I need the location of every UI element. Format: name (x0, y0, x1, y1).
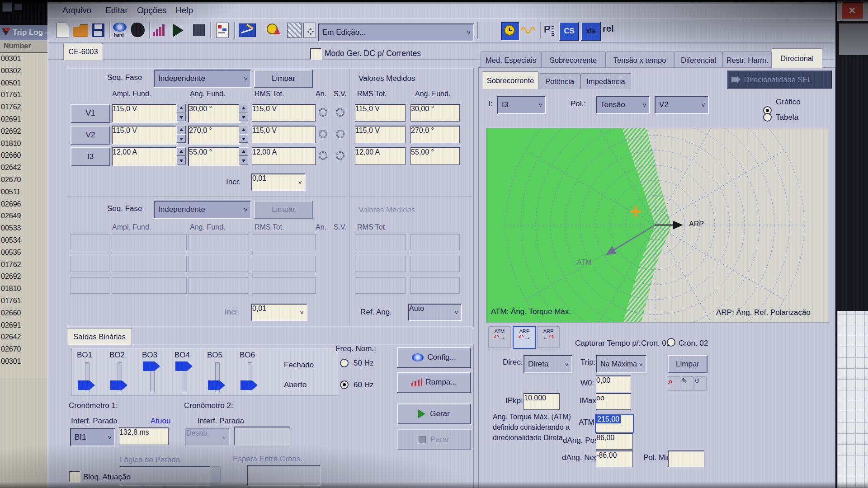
trip-log-row[interactable]: 00501 (0, 77, 55, 89)
report-icon[interactable] (216, 23, 229, 38)
ampl-input-v1[interactable]: 115,0 V (112, 104, 178, 123)
cron02-radio[interactable] (667, 338, 675, 347)
freq-50hz-radio[interactable] (340, 359, 349, 367)
pol-ref-dropdown[interactable]: V2 (655, 96, 709, 114)
atm-field-focused[interactable]: 215,00 (595, 414, 634, 433)
current-select-dropdown[interactable]: I3 (497, 96, 546, 114)
modo-ger-checkbox[interactable] (310, 48, 322, 60)
dang-pos-field[interactable]: 86,00 (596, 433, 633, 450)
trip-log-row[interactable]: 00511 (0, 186, 55, 198)
ampl-spinner-v1[interactable] (176, 104, 186, 121)
zoom-tool-button[interactable]: ⌕ (668, 376, 680, 391)
trip-log-row[interactable]: 02691 (0, 113, 55, 126)
trip-log-row[interactable]: 01810 (0, 283, 55, 295)
trip-log-row[interactable]: 02670 (0, 343, 55, 356)
menu-opcoes[interactable]: Opções (137, 5, 166, 15)
trip-log-row[interactable]: 01762 (0, 101, 55, 113)
ang-spinner-v1[interactable] (239, 104, 248, 121)
units-icon[interactable] (267, 23, 282, 37)
limpar-button[interactable]: Limpar (254, 70, 313, 88)
trip-log-row[interactable]: 02642 (0, 331, 55, 343)
trip-log-row[interactable]: 02642 (0, 162, 55, 174)
edit-test-icon[interactable] (239, 23, 256, 37)
gerar-button[interactable]: Gerar (397, 404, 471, 424)
direcional-polar-chart[interactable]: ARP ATM ATM: Âng. Torque Máx. ARP: Âng. … (486, 128, 829, 323)
saidas-binarias-tab[interactable]: Saídas Binárias (67, 328, 132, 345)
channel-button-i3[interactable]: I3 (71, 147, 110, 166)
measured-ang-v2[interactable]: 270,0 ° (410, 126, 460, 143)
phasor-p-icon[interactable]: P (544, 23, 557, 38)
trip-log-row[interactable]: 00301 (0, 356, 55, 368)
trip-log-row[interactable]: 02670 (0, 174, 55, 186)
menu-arquivo[interactable]: Arquivo (62, 5, 91, 15)
trip-dropdown[interactable]: Na Máxima (596, 355, 646, 373)
tab-diferencial[interactable]: Diferencial (674, 52, 723, 68)
ampl-input-i3[interactable]: 12,00 A (112, 147, 178, 166)
rotate-arp-reverse-button[interactable]: ARP ←↷ (537, 326, 560, 348)
measured-rms-v2[interactable]: 115,0 V (355, 126, 406, 143)
trip-log-row[interactable]: 02692 (0, 271, 55, 283)
trip-log-row[interactable]: 00533 (0, 222, 55, 235)
subtab-potencia[interactable]: Potência (539, 73, 580, 89)
xls-export-icon[interactable]: xls (581, 22, 601, 41)
trip-log-row[interactable]: 00301 (0, 53, 55, 65)
cs-tool-icon[interactable]: CS (559, 22, 579, 41)
rms-display-i3[interactable]: 12,00 A (252, 147, 316, 165)
cron1-interf-dropdown[interactable]: BI1 (70, 428, 115, 446)
subtab-impedancia[interactable]: Impedância (580, 73, 631, 89)
test-status-combobox[interactable]: Em Edição... (318, 23, 474, 42)
cron1-time-field[interactable]: 132,8 ms (119, 427, 169, 445)
trip-log-row[interactable]: 02692 (0, 126, 55, 138)
trip-log-titlebar[interactable]: Trip Log - (0, 25, 55, 40)
direcionalidade-sel-button[interactable]: Direcionalidade SEL (727, 70, 832, 89)
trip-log-row[interactable]: 01810 (0, 138, 55, 150)
imax-field[interactable]: oo (596, 393, 631, 410)
ang-input-i3[interactable]: 55,00 ° (188, 147, 241, 166)
measured-ang-v1[interactable]: 30,00 ° (410, 104, 460, 122)
trip-log-row[interactable]: 02649 (0, 210, 55, 222)
ampl-input-v2[interactable]: 115,0 V (112, 126, 178, 145)
ang-spinner-i3[interactable] (239, 147, 248, 164)
waveform-icon[interactable] (521, 24, 537, 36)
time-capture-icon[interactable] (501, 22, 520, 41)
seq-fase-dropdown[interactable]: Independente (154, 70, 251, 88)
trip-log-row[interactable]: 02660 (0, 150, 55, 162)
incr2-dropdown[interactable]: 0,01 (251, 304, 307, 321)
ipkp-field[interactable]: 10,000 (524, 393, 560, 410)
rms-display-v1[interactable]: 115,0 V (252, 104, 316, 122)
bloq-atuacao-checkbox[interactable] (69, 471, 80, 483)
trip-log-column-header[interactable]: Number (0, 40, 55, 53)
rotate-arp-button-selected[interactable]: ARP ↶→ (513, 326, 536, 349)
pol-min-field[interactable] (668, 450, 704, 467)
tab-restr-harm[interactable]: Restr. Harm. (723, 52, 772, 68)
stop-icon[interactable] (193, 24, 205, 36)
trip-log-row[interactable]: 00302 (0, 65, 55, 77)
freq-60hz-radio[interactable] (340, 380, 349, 389)
pointer-tool-button[interactable]: ✎ (681, 376, 693, 391)
tab-sobrecorrente[interactable]: Sobrecorrente (541, 52, 605, 68)
ang-input-v2[interactable]: 270,0 ° (188, 126, 241, 145)
trip-log-row[interactable]: 00534 (0, 235, 55, 247)
report-rel-icon[interactable]: rel (603, 23, 613, 34)
ampl-spinner-v2[interactable] (176, 126, 186, 143)
ampl-spinner-i3[interactable] (176, 147, 186, 164)
save-icon[interactable] (92, 23, 104, 37)
dang-neg-field[interactable]: -86,00 (596, 450, 633, 467)
measured-ang-i3[interactable]: 55,00 ° (410, 147, 460, 165)
incr-dropdown[interactable]: 0,01 (251, 174, 306, 191)
menu-editar[interactable]: Editar (105, 5, 128, 15)
pol-type-dropdown[interactable]: Tensão (596, 96, 650, 114)
trip-log-row[interactable]: 01761 (0, 295, 55, 307)
w0-field[interactable]: 0,00 (596, 375, 631, 392)
trip-log-list[interactable]: 0030100302005010176101762026910269201810… (0, 53, 55, 378)
close-button[interactable]: ✕ (842, 2, 863, 19)
subtab-sobrecorrente[interactable]: Sobrecorrente (482, 71, 539, 89)
ang-input-v1[interactable]: 30,00 ° (188, 104, 241, 123)
ref-ang-dropdown[interactable]: Auto (408, 304, 462, 321)
trip-log-row[interactable]: 01762 (0, 259, 55, 271)
trip-log-row[interactable]: 00535 (0, 247, 55, 259)
tab-tensao-x-tempo[interactable]: Tensão x tempo (605, 52, 674, 68)
rotate-atm-button[interactable]: ATM ↶→ (488, 326, 511, 348)
rms-display-v2[interactable]: 115,0 V (252, 126, 316, 143)
tab-med-especiais[interactable]: Med. Especiais (481, 52, 541, 68)
